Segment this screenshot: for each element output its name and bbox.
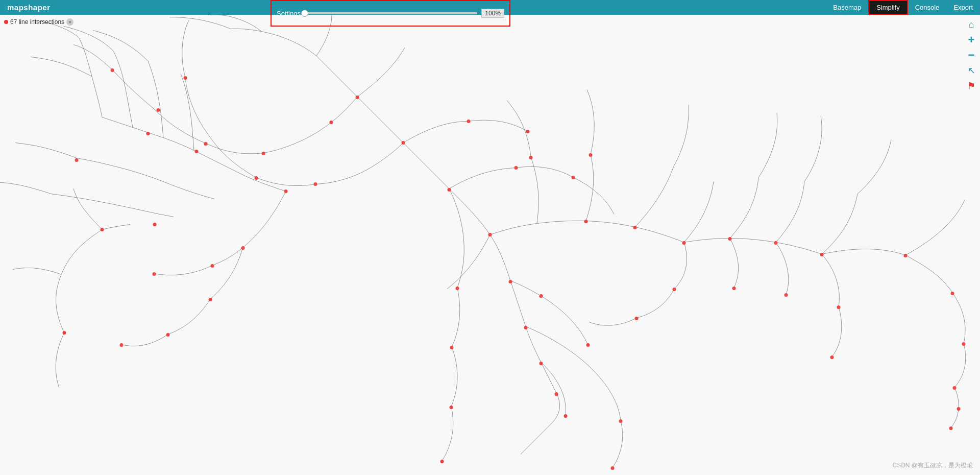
svg-point-32 <box>540 294 543 298</box>
svg-point-34 <box>450 346 454 349</box>
topnav-right: Basemap Simplify Console Export <box>826 0 980 15</box>
pin-button[interactable]: ⚑ <box>965 79 978 92</box>
svg-point-1 <box>195 150 199 153</box>
svg-point-13 <box>488 233 492 236</box>
svg-point-46 <box>837 305 841 309</box>
simplify-percentage: 100% <box>481 9 504 18</box>
svg-point-18 <box>450 406 453 409</box>
svg-point-6 <box>63 331 66 335</box>
simplify-button[interactable]: Simplify <box>868 0 908 15</box>
svg-point-44 <box>204 142 208 146</box>
zoom-in-icon: + <box>968 33 975 46</box>
pin-icon: ⚑ <box>967 80 975 91</box>
svg-point-41 <box>467 120 471 123</box>
zoom-out-button[interactable]: − <box>965 49 978 62</box>
map-area[interactable] <box>0 15 980 475</box>
svg-point-4 <box>75 158 79 162</box>
svg-point-23 <box>774 241 778 245</box>
svg-point-35 <box>166 333 170 337</box>
svg-point-26 <box>951 292 954 295</box>
svg-point-8 <box>314 182 317 186</box>
svg-point-49 <box>564 414 568 418</box>
svg-point-29 <box>635 317 639 320</box>
right-tools: ⌂ + − ↖ ⚑ <box>963 15 980 96</box>
svg-point-2 <box>146 132 150 135</box>
app-logo[interactable]: mapshaper <box>0 3 58 12</box>
svg-point-9 <box>330 121 333 124</box>
svg-point-7 <box>284 189 288 193</box>
svg-point-21 <box>682 241 686 245</box>
svg-point-15 <box>524 326 528 329</box>
svg-point-43 <box>514 166 518 170</box>
svg-point-28 <box>953 386 957 390</box>
svg-point-0 <box>157 108 160 112</box>
svg-point-36 <box>209 298 212 301</box>
settings-label: Settings <box>277 10 301 17</box>
svg-point-42 <box>572 176 575 179</box>
svg-point-37 <box>241 246 245 250</box>
svg-point-33 <box>456 287 459 290</box>
watermark: CSDN @有玉微凉，是为樱琅 <box>892 461 973 470</box>
simplify-panel: Settings 100% <box>271 0 510 27</box>
svg-point-24 <box>820 253 824 256</box>
svg-point-51 <box>611 466 615 470</box>
svg-point-48 <box>732 287 736 290</box>
svg-point-56 <box>262 152 265 155</box>
home-button[interactable]: ⌂ <box>965 18 978 31</box>
svg-point-52 <box>830 355 834 359</box>
svg-point-57 <box>589 153 593 157</box>
map-svg <box>0 15 980 475</box>
svg-point-27 <box>962 342 966 346</box>
topbar: mapshaper Settings 100% Basemap Simplify… <box>0 0 980 15</box>
svg-point-60 <box>153 272 156 276</box>
svg-point-14 <box>509 280 512 283</box>
svg-point-16 <box>540 362 543 365</box>
svg-point-55 <box>184 76 187 80</box>
zoom-in-button[interactable]: + <box>965 33 978 46</box>
svg-point-5 <box>101 228 104 231</box>
svg-point-10 <box>356 96 359 99</box>
svg-point-20 <box>633 226 637 229</box>
svg-point-22 <box>728 237 732 241</box>
basemap-button[interactable]: Basemap <box>826 0 868 15</box>
svg-point-31 <box>586 343 590 347</box>
svg-point-45 <box>255 176 258 180</box>
svg-point-59 <box>153 223 157 226</box>
home-icon: ⌂ <box>969 19 974 30</box>
svg-point-38 <box>211 264 214 268</box>
svg-point-3 <box>111 68 114 72</box>
select-tool-button[interactable]: ↖ <box>965 64 978 77</box>
svg-point-25 <box>904 254 908 257</box>
svg-point-30 <box>673 288 676 291</box>
svg-point-50 <box>440 460 444 463</box>
export-button[interactable]: Export <box>946 0 980 15</box>
svg-point-47 <box>785 293 788 297</box>
svg-point-61 <box>120 343 124 347</box>
svg-point-19 <box>584 220 588 223</box>
console-button[interactable]: Console <box>908 0 947 15</box>
info-bar: 67 line intersections × <box>0 15 78 29</box>
select-icon: ↖ <box>968 65 975 76</box>
svg-point-58 <box>529 156 533 159</box>
simplify-slider[interactable] <box>305 12 477 14</box>
zoom-out-icon: − <box>968 49 975 62</box>
svg-point-53 <box>949 426 953 430</box>
svg-point-12 <box>448 188 451 192</box>
svg-point-11 <box>402 141 405 145</box>
intersection-dot <box>4 20 8 24</box>
svg-point-54 <box>957 407 961 411</box>
svg-point-17 <box>555 392 558 396</box>
intersection-count: 67 line intersections <box>10 18 64 26</box>
svg-point-40 <box>526 130 530 133</box>
svg-point-39 <box>619 419 623 423</box>
close-intersections-button[interactable]: × <box>66 18 74 26</box>
